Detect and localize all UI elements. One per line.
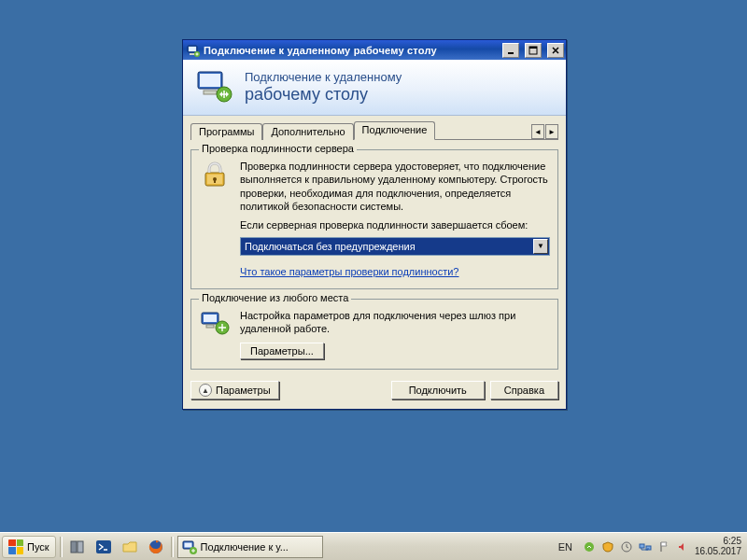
separator [60,537,63,557]
quicklaunch-powershell[interactable] [92,536,115,558]
svg-rect-1 [189,47,196,51]
tab-row: Программы Дополнительно Подключение ◄ ► [190,121,558,140]
quicklaunch-firefox[interactable] [145,536,167,558]
svg-point-26 [585,542,594,552]
quicklaunch-server-manager[interactable] [66,536,89,558]
language-indicator[interactable]: EN [554,540,577,553]
help-button[interactable]: Справка [490,381,558,399]
dialog-body: Программы Дополнительно Подключение ◄ ► … [183,116,566,409]
svg-rect-24 [184,542,191,547]
chevron-up-icon: ▲ [199,384,212,397]
chevron-down-icon[interactable]: ▼ [533,239,548,254]
rdp-banner-icon [194,68,235,107]
banner: Подключение к удаленному рабочему столу [183,60,566,116]
svg-rect-8 [200,74,220,87]
tray-flag-icon[interactable] [657,540,670,553]
group-server-auth-title: Проверка подлинности сервера [199,143,357,154]
auth-fail-select[interactable]: Подключаться без предупреждения ▼ [240,237,550,256]
minimize-button[interactable] [502,43,519,58]
tab-scroll-right[interactable]: ► [545,124,558,139]
windows-logo-icon [8,539,23,554]
svg-rect-14 [214,179,216,183]
svg-rect-6 [529,47,537,49]
system-tray: EN 6:25 16.05.2017 [550,537,745,556]
tray-sound-icon[interactable] [676,540,689,553]
maximize-button[interactable] [525,43,542,58]
tab-programs[interactable]: Программы [190,123,262,140]
options-toggle-button[interactable]: ▲ Параметры [190,381,279,399]
tab-connection[interactable]: Подключение [354,121,436,140]
group-server-auth: Проверка подлинности сервера Проверка по… [190,149,558,289]
tray-clock-icon[interactable] [620,540,633,553]
app-icon [187,44,200,57]
tab-advanced[interactable]: Дополнительно [262,123,353,140]
group-anywhere-title: Подключение из любого места [199,292,351,303]
auth-help-link[interactable]: Что такое параметры проверки подлинности… [240,265,458,278]
svg-rect-9 [204,91,217,94]
separator [171,537,174,557]
svg-rect-17 [206,325,214,328]
svg-rect-4 [508,52,514,54]
svg-rect-20 [78,541,83,553]
tray-network-icon[interactable] [639,540,652,553]
start-label: Пуск [27,541,49,553]
banner-line-2: рабочему столу [245,85,402,105]
tray-shield-icon[interactable] [601,540,614,553]
dialog-footer: ▲ Параметры Подключить Справка [190,381,558,399]
group-anywhere: Подключение из любого места Настройка па… [190,299,558,371]
auth-fail-select-value: Подключаться без предупреждения [245,240,416,253]
taskbar: Пуск Подключение к у... EN 6:25 16.05.20… [0,532,747,560]
start-button[interactable]: Пуск [2,536,56,558]
window-title: Подключение к удаленному рабочему столу [204,45,497,56]
clock-date: 16.05.2017 [695,547,741,557]
svg-rect-28 [640,544,644,548]
banner-line-1: Подключение к удаленному [245,71,402,85]
tab-scroll-left[interactable]: ◄ [531,124,544,139]
rdp-dialog: Подключение к удаленному рабочему столу … [182,39,567,410]
gateway-settings-button[interactable]: Параметры... [240,343,324,359]
close-button[interactable] [547,43,564,58]
svg-rect-16 [204,315,217,322]
auth-prompt: Если серверная проверка подлинности заве… [240,218,550,231]
lock-icon [199,160,233,279]
title-bar[interactable]: Подключение к удаленному рабочему столу [183,40,566,60]
taskbar-clock[interactable]: 6:25 16.05.2017 [695,537,741,556]
auth-description: Проверка подлинности сервера удостоверяе… [240,160,550,213]
svg-rect-19 [71,541,77,553]
tray-safely-remove-icon[interactable] [583,540,596,553]
anywhere-description: Настройка параметров для подключения чер… [240,309,550,336]
banner-text: Подключение к удаленному рабочему столу [245,71,402,105]
connect-button[interactable]: Подключить [391,381,485,399]
gateway-icon [199,309,233,360]
quicklaunch-explorer[interactable] [119,536,141,558]
options-label: Параметры [216,385,271,396]
clock-time: 6:25 [695,537,741,547]
taskbar-task-label: Подключение к у... [201,541,289,553]
taskbar-task-rdp[interactable]: Подключение к у... [177,536,323,558]
